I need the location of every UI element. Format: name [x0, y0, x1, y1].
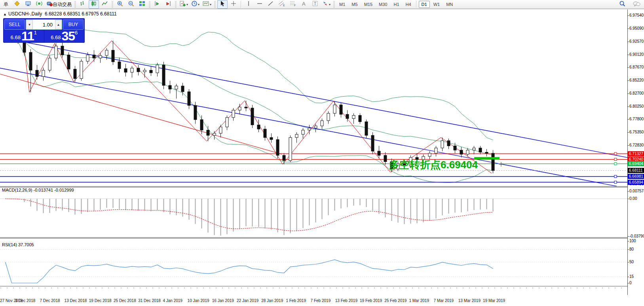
buy-price[interactable]: 6.68 35 6	[44, 30, 85, 42]
sell-price-sup: 1	[34, 30, 37, 35]
text-button[interactable]: A	[299, 0, 309, 9]
toolbar-grip	[74, 1, 76, 8]
text-label-button[interactable]: T	[310, 0, 320, 9]
trendline-button[interactable]	[266, 0, 276, 9]
volume-stepper: ▼ 1.00 ▲	[26, 19, 62, 30]
timeframe-W1[interactable]: W1	[431, 1, 443, 8]
date-label: 10 Jan 2019	[188, 298, 209, 303]
cursor-icon	[220, 0, 225, 8]
price-axis-label: 6.77800	[629, 117, 644, 121]
bars-chart-button[interactable]	[78, 0, 88, 9]
chart-misc-layer	[0, 157, 627, 289]
search-icon	[619, 0, 626, 9]
chat-icon	[633, 1, 640, 9]
chevron-down-icon: ▾	[198, 3, 199, 6]
timeframe-M15[interactable]: M15	[361, 1, 375, 8]
fibonacci-button[interactable]: F	[288, 0, 298, 9]
autotrading-label: 自动交易	[53, 1, 72, 8]
horizontal-lines-layer	[0, 152, 627, 183]
cursor-button[interactable]	[217, 0, 228, 9]
date-label: 19 Feb 2019	[360, 298, 382, 303]
macd-axis-label: 0.00	[629, 196, 637, 201]
timeframe-toolbar: M1M5M15M30H1H4D1W1MN	[336, 1, 456, 8]
volume-increase-button[interactable]: ▲	[55, 20, 62, 29]
timeframe-M1[interactable]: M1	[336, 1, 348, 8]
timeframe-MN[interactable]: MN	[443, 1, 456, 8]
sell-button[interactable]: SELL	[4, 19, 25, 30]
date-label: 1 Mar 2019	[409, 298, 429, 303]
chart-canvas[interactable]	[0, 10, 627, 295]
volume-decrease-button[interactable]: ▼	[26, 20, 33, 29]
crosshair-button[interactable]	[228, 0, 239, 9]
rsi-layer	[0, 249, 627, 283]
arrow-tools-icon	[322, 0, 329, 8]
date-label: 22 Jan 2019	[237, 298, 258, 303]
svg-text:T: T	[314, 2, 316, 6]
macd-axis-label: -0.03790	[629, 234, 644, 238]
rsi-axis-label: 50	[629, 260, 634, 264]
chevron-down-icon: ▾	[210, 3, 211, 6]
signal-icon	[36, 0, 42, 8]
signal-button[interactable]	[34, 0, 44, 9]
rsi-axis-label: 0	[629, 281, 632, 285]
trendline-icon	[268, 0, 274, 8]
price-tag: 6.65894	[628, 180, 644, 185]
macd-layer	[0, 199, 627, 236]
equidistant-channel-button[interactable]: E	[277, 0, 287, 9]
tile-windows-button[interactable]	[137, 0, 147, 9]
autotrading-button[interactable]: 自动交易	[45, 0, 73, 9]
periods-clock-icon	[191, 0, 198, 8]
date-label: 25 Feb 2019	[384, 298, 407, 303]
vertical-line-button[interactable]	[243, 0, 254, 9]
new-order-button[interactable]: 单	[1, 0, 11, 9]
timeframe-M30[interactable]: M30	[376, 1, 390, 8]
periods-button[interactable]: ▾	[190, 0, 201, 9]
chat-button[interactable]	[631, 0, 642, 9]
candles-chart-icon	[91, 0, 97, 8]
date-axis[interactable]: 27 Nov 20183 Dec 20187 Dec 201813 Dec 20…	[0, 298, 627, 304]
date-label: 19 Mar 2019	[483, 298, 505, 303]
buy-button[interactable]: BUY	[63, 19, 84, 30]
buy-price-small: 6.68	[51, 34, 61, 42]
search-button[interactable]	[617, 0, 627, 9]
date-label: 7 Dec 2018	[40, 298, 60, 303]
chart-shift-icon	[154, 0, 160, 8]
horizontal-line-button[interactable]	[255, 0, 265, 9]
collapse-arrow-icon[interactable]: ▲	[3, 12, 7, 16]
buy-price-big: 35	[61, 30, 75, 42]
timeframe-H1[interactable]: H1	[391, 1, 402, 8]
price-axis-label: 6.80250	[629, 104, 644, 108]
timeframe-M5[interactable]: M5	[349, 1, 360, 8]
price-tag: 6.68111	[628, 168, 644, 173]
price-axis-label: 6.92570	[629, 39, 644, 44]
rsi-axis-label: 80	[629, 247, 634, 251]
volume-value[interactable]: 1.00	[33, 20, 55, 29]
zoom-out-button[interactable]	[126, 0, 136, 9]
vertical-line-icon	[246, 0, 251, 8]
price-axis[interactable]: 6.975406.950906.925706.901206.876706.852…	[627, 10, 644, 295]
gold-button[interactable]	[12, 0, 22, 9]
price-axis-label: 6.85220	[629, 78, 644, 82]
price-axis-label: 6.82700	[629, 91, 644, 95]
arrow-tools-button[interactable]: ▾	[321, 0, 332, 9]
sell-price[interactable]: 6.68 11 1	[4, 30, 44, 42]
toolbar-separator	[416, 1, 417, 8]
zoom-in-button[interactable]	[115, 0, 125, 9]
date-label: 7 Mar 2019	[434, 298, 454, 303]
price-tag: 6.71327	[628, 151, 644, 156]
market-watch-button[interactable]	[23, 0, 33, 9]
price-tag: 6.66981	[628, 174, 644, 179]
auto-scroll-button[interactable]	[163, 0, 173, 9]
line-chart-button[interactable]	[100, 0, 110, 9]
ohlc-values: 6.68228 6.68351 6.67975 6.68111	[45, 11, 117, 17]
chart-shift-button[interactable]	[152, 0, 162, 9]
template-button[interactable]: ▾	[201, 0, 213, 9]
price-axis-label: 6.97540	[629, 13, 644, 17]
timeframe-D1[interactable]: D1	[419, 1, 430, 8]
candles-chart-button[interactable]	[89, 0, 99, 9]
new-indicator-button[interactable]: ▾	[178, 0, 189, 9]
sell-price-small: 6.68	[11, 34, 21, 42]
rsi-label: RSI(14) 37.7005	[2, 242, 34, 247]
date-label: 13 Mar 2019	[458, 298, 481, 303]
timeframe-H4[interactable]: H4	[403, 1, 414, 8]
